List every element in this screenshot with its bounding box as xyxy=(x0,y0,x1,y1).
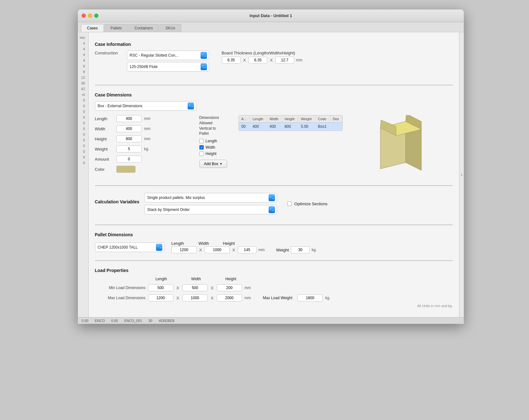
calc-vars-header: Calculation Variables xyxy=(95,199,140,204)
min-load-row: Min Load Dimensions X X mm xyxy=(95,284,453,291)
max-load-weight-label: Max Load Weight xyxy=(263,296,292,300)
min-length-input[interactable] xyxy=(148,284,173,291)
thickness-length-input[interactable]: 6.35 xyxy=(222,57,241,64)
load-props-header: Load Properties xyxy=(95,268,453,273)
box-table: A... Length Width Height Weight Code Des xyxy=(239,115,343,131)
box-3d-area xyxy=(349,115,453,178)
optimize-label: Optimize Sections xyxy=(294,201,327,206)
calc-vars-dropdown2-arrow[interactable]: ⌃⌄ xyxy=(269,206,275,213)
min-height-input[interactable] xyxy=(217,284,242,291)
calc-vars-dropdown2[interactable]: Stack by Shipment Order ⌃⌄ xyxy=(144,205,277,214)
height-label: Height xyxy=(95,137,114,141)
case-dims-header: Case Dimensions xyxy=(95,92,453,97)
pallet-type-dropdown-arrow[interactable]: ⌃⌄ xyxy=(156,244,162,251)
col-code: Code xyxy=(315,115,330,123)
length-label: Length xyxy=(95,116,114,121)
titlebar: Input Data - Untitled 1 xyxy=(78,9,464,22)
load-width-header: Width xyxy=(184,277,209,281)
col-height: Height xyxy=(282,115,298,123)
pallet-type-dropdown[interactable]: CHEP 1200x1000 TALL ⌃⌄ xyxy=(95,243,165,252)
pallet-x1: X xyxy=(199,248,202,252)
tab-containers[interactable]: Containers xyxy=(128,24,159,32)
dims-allowed-section: DimensionsAllowedVertical toPallet Lengt… xyxy=(199,115,227,168)
flute-dropdown[interactable]: 125-250#B Flute ⌃⌄ xyxy=(127,62,209,71)
optimize-checkbox[interactable] xyxy=(287,201,292,206)
expand-panel-button[interactable]: › xyxy=(459,32,464,317)
check-height-row: Height xyxy=(199,151,227,156)
min-x2: X xyxy=(211,286,214,290)
color-swatch[interactable] xyxy=(116,166,135,173)
thickness-width-input[interactable]: 6.35 xyxy=(248,57,267,64)
weight-input[interactable] xyxy=(116,145,142,152)
pallet-weight-input[interactable] xyxy=(291,246,310,253)
case-dimensions-section: Case Dimensions Box - External Dimension… xyxy=(95,88,453,183)
board-thickness-label: Board Thickness (LengthxWidthxHeight) xyxy=(222,51,302,55)
weight-unit: kg. xyxy=(144,147,149,151)
pallet-height-header: Height xyxy=(223,241,235,246)
width-input[interactable] xyxy=(116,125,142,132)
table-row[interactable]: 00 400 400 800 5.00 Box1 xyxy=(239,123,342,131)
max-height-input[interactable] xyxy=(217,294,242,301)
pallet-height-input[interactable] xyxy=(238,246,257,253)
amount-input[interactable] xyxy=(116,156,142,163)
pallet-length-header: Length xyxy=(171,241,184,246)
status-val5: 30 xyxy=(148,319,152,323)
height-input[interactable] xyxy=(116,135,142,142)
box-type-dropdown[interactable]: Box - External Dimensions ⌃⌄ xyxy=(95,101,196,111)
minimize-button[interactable] xyxy=(88,14,92,18)
tab-skus[interactable]: SKUs xyxy=(159,24,181,32)
max-x1: X xyxy=(177,296,179,300)
construction-dropdown[interactable]: RSC - Regular Slotted Con... ⌃⌄ xyxy=(127,51,209,60)
pallet-weight-label: Weight xyxy=(276,248,289,252)
dims-allowed-title: DimensionsAllowedVertical toPallet xyxy=(199,115,227,136)
cell-code: Box1 xyxy=(315,123,330,131)
pallet-width-input[interactable] xyxy=(204,246,230,253)
row-numbers: Hei 4 4 4 4 6 8 12 36 42 nt 0 0 0 0 0 0 … xyxy=(78,32,89,317)
close-button[interactable] xyxy=(82,14,86,18)
length-input[interactable] xyxy=(116,115,142,122)
flute-dropdown-arrow[interactable]: ⌃⌄ xyxy=(201,63,207,70)
all-units-note: All Units in mm and kg. xyxy=(95,304,453,308)
pallet-dimensions-section: Pallet Dimensions CHEP 1200x1000 TALL ⌃⌄… xyxy=(95,228,453,258)
tabs-bar: Cases Pallets Containers SKUs xyxy=(78,22,464,32)
max-load-label: Max Load Dimensions xyxy=(95,296,146,300)
max-width-input[interactable] xyxy=(182,294,208,301)
thickness-x2: X xyxy=(270,58,273,63)
dims-form: Length mm Width mm Height mm xyxy=(95,115,190,176)
check-width[interactable] xyxy=(199,145,204,150)
load-properties-section: Load Properties Length Width Height Min … xyxy=(95,263,453,312)
status-val4: ENCO_001 xyxy=(124,319,142,323)
max-length-input[interactable] xyxy=(148,294,173,301)
tab-cases[interactable]: Cases xyxy=(81,24,104,32)
load-height-header: Height xyxy=(218,277,244,281)
check-length[interactable] xyxy=(199,139,204,143)
check-height[interactable] xyxy=(199,151,204,156)
check-length-row: Length xyxy=(199,139,227,143)
thickness-height-input[interactable]: 12.7 xyxy=(275,57,294,64)
pallet-length-input[interactable] xyxy=(171,246,197,253)
maximize-button[interactable] xyxy=(94,14,98,18)
calculation-variables-section: Calculation Variables Single product pal… xyxy=(95,188,453,222)
box-3d-svg xyxy=(371,115,431,178)
max-load-weight-input[interactable] xyxy=(297,294,323,301)
status-bar: 0.00 ENCO 0.00 ENCO_001 30 #EBEBEB xyxy=(78,317,464,324)
calc-vars-dropdown1[interactable]: Single product pallets. Mix surplus ⌃⌄ xyxy=(144,193,277,202)
col-width: Width xyxy=(267,115,282,123)
construction-dropdown-arrow[interactable]: ⌃⌄ xyxy=(201,52,207,59)
min-width-input[interactable] xyxy=(182,284,208,291)
col-des: Des xyxy=(330,115,342,123)
cell-height: 800 xyxy=(282,123,298,131)
cell-des xyxy=(330,123,342,131)
calc-vars-dropdown1-arrow[interactable]: ⌃⌄ xyxy=(269,194,275,201)
color-label: Color xyxy=(95,167,114,172)
cell-weight: 5.00 xyxy=(298,123,315,131)
tab-pallets[interactable]: Pallets xyxy=(104,24,128,32)
amount-label: Amount xyxy=(95,157,114,162)
status-val2: ENCO xyxy=(95,319,105,323)
box-type-dropdown-arrow[interactable]: ⌃⌄ xyxy=(188,102,194,109)
check-width-label: Width xyxy=(206,145,215,150)
add-box-button[interactable]: Add Box ▼ xyxy=(199,160,227,168)
case-information-section: Case Information Construction RSC - Regu… xyxy=(95,37,453,82)
height-unit: mm xyxy=(144,137,151,141)
check-width-row: Width xyxy=(199,145,227,150)
